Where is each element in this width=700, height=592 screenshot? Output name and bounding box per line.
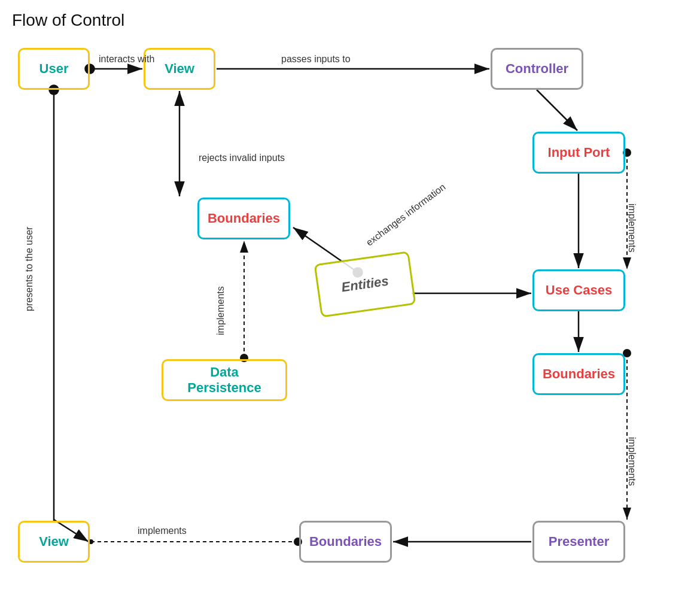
node-view-bottom: View [18, 521, 90, 563]
node-input-port: Input Port [532, 132, 625, 174]
label-rejects-invalid: rejects invalid inputs [199, 153, 285, 163]
label-implements-right-bot: implements [626, 437, 637, 486]
node-boundaries-mid: Boundaries [532, 353, 625, 395]
node-use-cases: Use Cases [532, 269, 625, 311]
node-controller: Controller [491, 48, 583, 90]
label-implements-bottom: implements [138, 526, 187, 536]
label-passes-inputs: passes inputs to [281, 54, 351, 65]
label-interacts-with: interacts with [99, 54, 154, 65]
node-presenter: Presenter [532, 521, 625, 563]
node-entities: Entities [314, 251, 416, 317]
diagram-container: Flow of Control [0, 0, 700, 592]
label-exchanges-information: exchanges information [364, 181, 448, 248]
page-title: Flow of Control [12, 11, 124, 30]
node-boundaries-top: Boundaries [197, 198, 290, 239]
node-user: User [18, 48, 90, 90]
label-presents-to-user: presents to the user [24, 227, 35, 311]
node-boundaries-bottom: Boundaries [299, 521, 392, 563]
label-implements-left: implements [215, 286, 226, 335]
svg-line-6 [537, 90, 577, 130]
node-data-persistence: Data Persistence [162, 359, 287, 401]
label-implements-right-top: implements [626, 204, 637, 253]
